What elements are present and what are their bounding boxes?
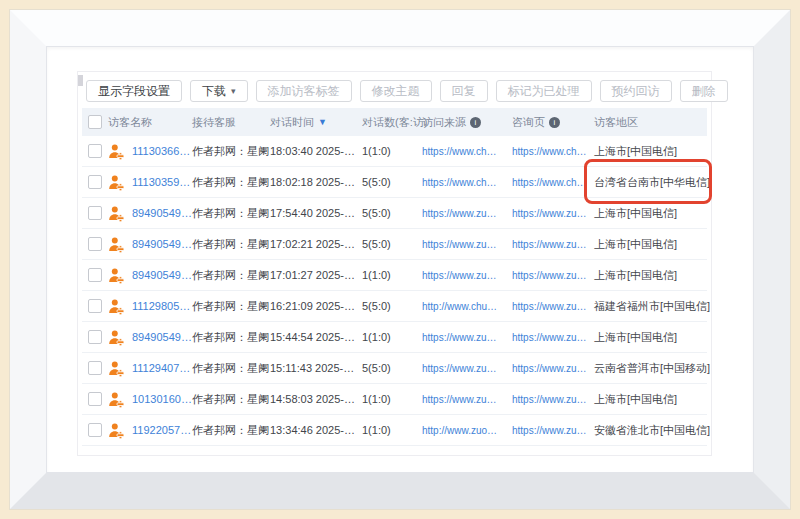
reply-button[interactable]: 回复 <box>440 80 488 102</box>
page-link[interactable]: https://www.zu… <box>512 363 594 374</box>
visitor-name-link[interactable]: 11922057… <box>132 424 192 436</box>
source-link[interactable]: https://www.zu… <box>422 270 512 281</box>
visitor-name-link[interactable]: 89490549… <box>132 238 192 250</box>
source-link[interactable]: https://www.zu… <box>422 208 512 219</box>
row-checkbox[interactable] <box>88 206 102 220</box>
page-link[interactable]: https://www.ch… <box>512 146 594 157</box>
person-add-icon <box>108 391 125 408</box>
page-link[interactable]: https://www.zu… <box>512 208 594 219</box>
header-region: 访客地区 <box>594 115 707 130</box>
source-link[interactable]: https://www.zu… <box>422 363 512 374</box>
schedule-callback-button[interactable]: 预约回访 <box>600 80 672 102</box>
header-page: 咨询页 i <box>512 115 594 130</box>
visitor-name-link[interactable]: 11130366… <box>132 145 192 157</box>
source-link[interactable]: http://www.chu… <box>422 301 512 312</box>
region-cell: 安徽省淮北市[中国电信] <box>594 423 707 438</box>
row-checkbox[interactable] <box>88 392 102 406</box>
agent-cell: 作者邦网：星阑 <box>192 206 270 221</box>
select-all-checkbox[interactable] <box>88 115 102 129</box>
header-time[interactable]: 对话时间 ▼ <box>270 115 362 130</box>
row-checkbox[interactable] <box>88 237 102 251</box>
agent-cell: 作者邦网：星阑 <box>192 175 270 190</box>
row-checkbox-cell <box>82 361 108 375</box>
toolbar-button-label: 删除 <box>692 81 716 101</box>
visitor-icon-cell <box>108 360 132 377</box>
page-link[interactable]: https://www.zu… <box>512 270 594 281</box>
page-link[interactable]: https://www.zu… <box>512 394 594 405</box>
page-link[interactable]: https://www.zu… <box>512 425 594 436</box>
visitor-icon-cell <box>108 329 132 346</box>
visitor-name-link[interactable]: 11129805… <box>132 300 192 312</box>
table-body: 11130366… 作者邦网：星阑 18:03:40 2025-… 1(1:0)… <box>82 136 707 446</box>
row-checkbox-cell <box>82 175 108 189</box>
page-link[interactable]: https://www.ch… <box>512 177 594 188</box>
time-cell: 15:11:43 2025-… <box>270 362 362 374</box>
header-page-label: 咨询页 <box>512 115 545 130</box>
source-link[interactable]: https://www.zu… <box>422 239 512 250</box>
time-cell: 17:01:27 2025-… <box>270 269 362 281</box>
row-checkbox-cell <box>82 144 108 158</box>
visitor-name-link[interactable]: 11129407… <box>132 362 192 374</box>
row-checkbox[interactable] <box>88 361 102 375</box>
info-icon[interactable]: i <box>470 117 481 128</box>
visitor-icon-cell <box>108 391 132 408</box>
row-checkbox[interactable] <box>88 268 102 282</box>
table-row: 11130359… 作者邦网：星阑 18:02:18 2025-… 5(5:0)… <box>82 167 707 198</box>
visitor-name-link[interactable]: 89490549… <box>132 331 192 343</box>
time-cell: 13:34:46 2025-… <box>270 424 362 436</box>
add-visitor-tag-button[interactable]: 添加访客标签 <box>256 80 352 102</box>
toolbar-button-label: 预约回访 <box>612 81 660 101</box>
table-row: 11130366… 作者邦网：星阑 18:03:40 2025-… 1(1:0)… <box>82 136 707 167</box>
time-cell: 17:54:40 2025-… <box>270 207 362 219</box>
info-icon[interactable]: i <box>549 117 560 128</box>
download-button[interactable]: 下载 ▾ <box>190 80 248 102</box>
source-link[interactable]: https://www.zu… <box>422 394 512 405</box>
person-add-icon <box>108 267 125 284</box>
row-checkbox[interactable] <box>88 423 102 437</box>
visitor-name-link[interactable]: 89490549… <box>132 269 192 281</box>
visitor-icon-cell <box>108 174 132 191</box>
header-agent: 接待客服 <box>192 115 270 130</box>
page-link[interactable]: https://www.zu… <box>512 332 594 343</box>
modify-subject-button[interactable]: 修改主题 <box>360 80 432 102</box>
time-cell: 17:02:21 2025-… <box>270 238 362 250</box>
visitor-name-link[interactable]: 11130359… <box>132 176 192 188</box>
person-add-icon <box>108 174 125 191</box>
row-checkbox-cell <box>82 330 108 344</box>
agent-cell: 作者邦网：星阑 <box>192 361 270 376</box>
agent-cell: 作者邦网：星阑 <box>192 423 270 438</box>
row-checkbox[interactable] <box>88 299 102 313</box>
visitor-icon-cell <box>108 422 132 439</box>
source-link[interactable]: https://www.zu… <box>422 332 512 343</box>
row-checkbox[interactable] <box>88 175 102 189</box>
agent-cell: 作者邦网：星阑 <box>192 237 270 252</box>
count-cell: 5(5:0) <box>362 300 422 312</box>
visitor-icon-cell <box>108 143 132 160</box>
source-link[interactable]: https://www.ch… <box>422 146 512 157</box>
agent-cell: 作者邦网：星阑 <box>192 299 270 314</box>
row-checkbox-cell <box>82 206 108 220</box>
delete-button[interactable]: 删除 <box>680 80 728 102</box>
time-cell: 18:02:18 2025-… <box>270 176 362 188</box>
count-cell: 1(1:0) <box>362 393 422 405</box>
screenshot-panel: 显示字段设置 下载 ▾ 添加访客标签 修改主题 回复 标记为已处理 预约回访 删… <box>78 72 711 455</box>
source-link[interactable]: http://www.zuo… <box>422 425 512 436</box>
region-cell: 上海市[中国电信] <box>594 206 707 221</box>
page-link[interactable]: https://www.zu… <box>512 239 594 250</box>
visitor-name-link[interactable]: 10130160… <box>132 393 192 405</box>
person-add-icon <box>108 143 125 160</box>
source-link[interactable]: https://www.ch… <box>422 177 512 188</box>
sort-desc-icon[interactable]: ▼ <box>318 118 327 127</box>
time-cell: 14:58:03 2025-… <box>270 393 362 405</box>
page-link[interactable]: https://www.zu… <box>512 301 594 312</box>
count-cell: 5(5:0) <box>362 238 422 250</box>
mark-processed-button[interactable]: 标记为已处理 <box>496 80 592 102</box>
visitor-name-link[interactable]: 89490549… <box>132 207 192 219</box>
row-checkbox[interactable] <box>88 144 102 158</box>
table-header-row: 访客名称 接待客服 对话时间 ▼ 对话数(客:访) 访问来源 i 咨询页 i 访… <box>82 108 707 136</box>
table-row: 11129805… 作者邦网：星阑 16:21:09 2025-… 5(5:0)… <box>82 291 707 322</box>
row-checkbox[interactable] <box>88 330 102 344</box>
row-checkbox-cell <box>82 237 108 251</box>
show-field-settings-button[interactable]: 显示字段设置 <box>86 80 182 102</box>
toolbar-button-label: 添加访客标签 <box>268 81 340 101</box>
